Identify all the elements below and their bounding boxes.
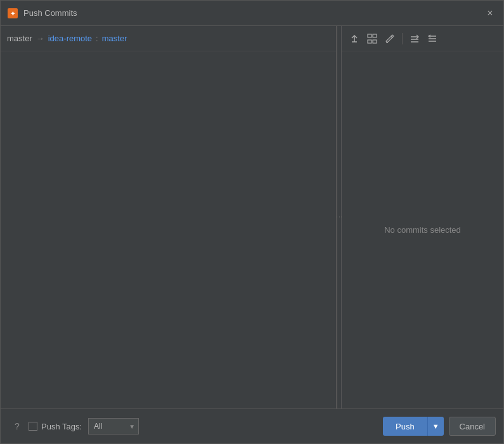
push-button[interactable]: Push bbox=[383, 417, 427, 436]
main-content: master → idea-remote : master ⋮ bbox=[1, 26, 503, 408]
push-icon-btn[interactable] bbox=[347, 31, 362, 46]
collapse-icon bbox=[410, 34, 420, 44]
svg-rect-5 bbox=[373, 34, 377, 37]
push-tags-checkbox[interactable] bbox=[29, 422, 37, 431]
tags-select-wrapper: All None Tagged ▼ bbox=[88, 418, 139, 434]
push-tags-option: Push Tags: bbox=[29, 422, 82, 431]
toolbar-separator bbox=[402, 33, 403, 44]
footer: ? Push Tags: All None Tagged ▼ Push ▼ bbox=[1, 408, 503, 443]
expand-btn[interactable] bbox=[425, 31, 440, 46]
app-icon: ✦ bbox=[7, 8, 18, 19]
tree-icon bbox=[367, 34, 377, 44]
branch-arrow: → bbox=[36, 34, 44, 43]
svg-rect-4 bbox=[368, 34, 372, 37]
svg-text:✦: ✦ bbox=[10, 10, 16, 17]
close-button[interactable]: × bbox=[483, 6, 497, 20]
push-dropdown-button[interactable]: ▼ bbox=[427, 417, 444, 436]
push-tags-text: Push Tags: bbox=[41, 422, 82, 431]
right-panel: No commits selected bbox=[342, 26, 503, 408]
panel-divider[interactable]: ⋮ bbox=[337, 26, 342, 408]
edit-icon bbox=[385, 34, 395, 44]
branch-info: master → idea-remote : master bbox=[7, 34, 127, 43]
tags-select[interactable]: All None Tagged bbox=[88, 418, 139, 434]
commits-list bbox=[1, 51, 336, 408]
branch-target[interactable]: master bbox=[102, 34, 127, 43]
branch-remote[interactable]: idea-remote bbox=[48, 34, 92, 43]
title-bar-left: ✦ Push Commits bbox=[7, 8, 77, 19]
footer-left: Push Tags: All None Tagged ▼ bbox=[29, 418, 139, 434]
branch-local: master bbox=[7, 34, 32, 43]
push-tags-label[interactable]: Push Tags: bbox=[41, 422, 82, 431]
edit-btn[interactable] bbox=[382, 31, 397, 46]
branch-bar: master → idea-remote : master bbox=[1, 26, 336, 51]
collapse-btn[interactable] bbox=[407, 31, 422, 46]
divider-indicator: ⋮ bbox=[336, 214, 343, 221]
expand-icon bbox=[427, 34, 437, 44]
help-button[interactable]: ? bbox=[8, 417, 26, 435]
svg-rect-6 bbox=[368, 40, 372, 43]
push-dropdown-arrow-icon: ▼ bbox=[432, 422, 439, 430]
dialog-title: Push Commits bbox=[23, 8, 77, 18]
commit-details: No commits selected bbox=[342, 51, 503, 408]
cancel-button[interactable]: Cancel bbox=[449, 417, 496, 436]
push-commits-dialog: ✦ Push Commits × master → idea-remote : … bbox=[0, 0, 504, 444]
title-bar: ✦ Push Commits × bbox=[1, 1, 503, 26]
right-toolbar bbox=[342, 26, 503, 51]
tree-view-btn[interactable] bbox=[365, 31, 380, 46]
push-icon bbox=[349, 34, 359, 44]
left-panel: master → idea-remote : master bbox=[1, 26, 337, 408]
footer-actions: Push ▼ Cancel bbox=[383, 417, 496, 436]
branch-separator: : bbox=[96, 34, 98, 43]
no-commits-label: No commits selected bbox=[384, 225, 461, 235]
svg-rect-7 bbox=[373, 40, 377, 43]
